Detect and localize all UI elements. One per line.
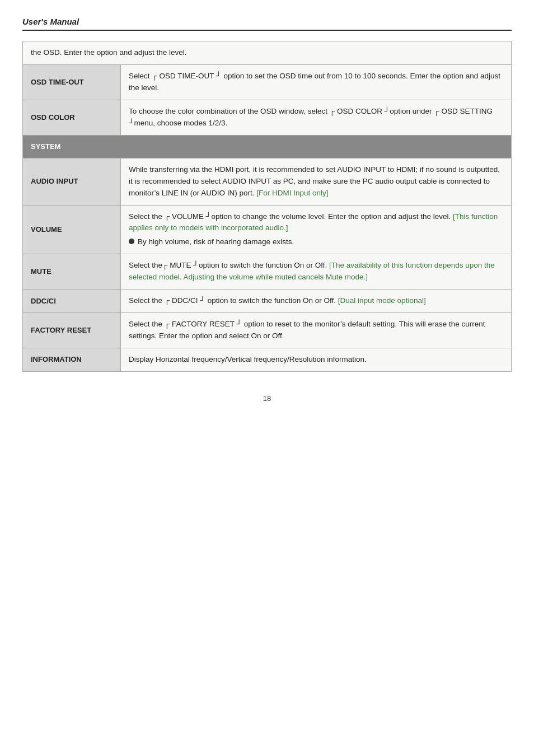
row-desc: Select the ┌ VOLUME ┘option to change th…	[121, 205, 512, 254]
row-label: INFORMATION	[23, 348, 121, 371]
desc-green-text: [For HDMI Input only]	[255, 189, 329, 197]
row-desc: Display Horizontal frequency/Vertical fr…	[121, 348, 512, 371]
row-label: DDC/CI	[23, 290, 121, 313]
row-desc: Select the┌ MUTE ┘option to switch the f…	[121, 254, 512, 290]
bullet-icon	[129, 239, 134, 244]
row-label: AUDIO INPUT	[23, 158, 121, 205]
bullet-text: By high volume, risk of hearing damage e…	[138, 236, 294, 248]
row-label: OSD TIME-OUT	[23, 64, 121, 100]
row-label: OSD COLOR	[23, 100, 121, 135]
table-row: VOLUMESelect the ┌ VOLUME ┘option to cha…	[23, 205, 512, 254]
desc-cell: the OSD. Enter the option and adjust the…	[23, 41, 512, 65]
row-label: VOLUME	[23, 205, 121, 254]
desc-plain-text: Select the ┌ VOLUME ┘option to change th…	[129, 212, 451, 221]
table-row: AUDIO INPUTWhile transferring via the HD…	[23, 158, 512, 205]
bullet-row: By high volume, risk of hearing damage e…	[129, 236, 503, 248]
table-row: MUTESelect the┌ MUTE ┘option to switch t…	[23, 254, 512, 290]
page-number: 18	[22, 394, 512, 403]
row-label: MUTE	[23, 254, 121, 290]
row-desc: To choose the color combination of the O…	[121, 100, 512, 135]
desc-plain-text: Select the┌ MUTE ┘option to switch the f…	[129, 261, 327, 269]
row-label: FACTORY RESET	[23, 313, 121, 348]
desc-plain-text: Select the ┌ DDC/CI ┘ option to switch t…	[129, 296, 336, 305]
table-row: the OSD. Enter the option and adjust the…	[23, 41, 512, 65]
row-desc: Select the ┌ FACTORY RESET ┘ option to r…	[121, 313, 512, 348]
table-row: FACTORY RESETSelect the ┌ FACTORY RESET …	[23, 313, 512, 348]
row-desc: Select the ┌ DDC/CI ┘ option to switch t…	[121, 290, 512, 313]
table-row: INFORMATIONDisplay Horizontal frequency/…	[23, 348, 512, 371]
table-row: DDC/CISelect the ┌ DDC/CI ┘ option to sw…	[23, 290, 512, 313]
table-row: OSD TIME-OUTSelect ┌ OSD TIME-OUT ┘ opti…	[23, 64, 512, 100]
row-desc: Select ┌ OSD TIME-OUT ┘ option to set th…	[121, 64, 512, 100]
section-header-row: SYSTEM	[23, 135, 512, 158]
section-label: SYSTEM	[23, 135, 512, 158]
main-table: the OSD. Enter the option and adjust the…	[22, 41, 512, 372]
page-header: User's Manual	[22, 17, 512, 31]
row-desc: While transferring via the HDMI port, it…	[121, 158, 512, 205]
desc-green-text: [Dual input mode optional]	[336, 296, 426, 305]
table-row: OSD COLORTo choose the color combination…	[23, 100, 512, 135]
manual-title: User's Manual	[22, 17, 79, 26]
